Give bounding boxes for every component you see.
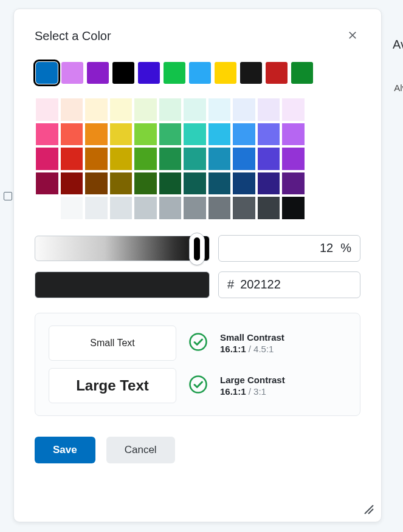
hex-input-wrapper: # xyxy=(218,271,360,298)
palette-swatch[interactable] xyxy=(159,98,182,121)
palette-swatch[interactable] xyxy=(184,123,206,146)
palette-swatch[interactable] xyxy=(184,197,206,219)
small-contrast-title: Small Contrast xyxy=(220,332,284,343)
palette-swatch[interactable] xyxy=(110,98,133,121)
preset-swatch[interactable] xyxy=(266,62,288,84)
palette-swatch[interactable] xyxy=(282,98,305,121)
palette-swatch[interactable] xyxy=(208,197,231,219)
palette-swatch[interactable] xyxy=(36,98,58,121)
preset-swatch[interactable] xyxy=(240,62,262,84)
lightness-input[interactable] xyxy=(298,240,334,256)
palette-swatch[interactable] xyxy=(233,197,255,219)
palette-swatch[interactable] xyxy=(61,123,83,146)
check-circle-icon xyxy=(188,375,208,397)
small-text-sample: Small Text xyxy=(49,326,176,361)
palette-swatch[interactable] xyxy=(36,172,58,195)
preset-swatch[interactable] xyxy=(291,62,313,84)
palette-swatch[interactable] xyxy=(258,123,280,146)
cancel-button[interactable]: Cancel xyxy=(106,437,175,463)
palette-row xyxy=(36,197,360,219)
preset-swatch[interactable] xyxy=(87,62,109,84)
close-icon xyxy=(347,30,358,41)
palette-swatch[interactable] xyxy=(233,148,255,170)
preset-swatch[interactable] xyxy=(112,62,134,84)
palette-swatch[interactable] xyxy=(282,172,305,195)
palette-swatch[interactable] xyxy=(85,123,108,146)
palette-swatch[interactable] xyxy=(110,172,133,195)
palette-swatch[interactable] xyxy=(258,197,280,219)
palette-swatch[interactable] xyxy=(61,197,83,219)
palette-swatch[interactable] xyxy=(184,172,206,195)
palette-swatch[interactable] xyxy=(85,148,108,170)
color-palette xyxy=(35,98,360,219)
color-picker-dialog: Select a Color % # Small Text Small C xyxy=(13,9,382,522)
palette-swatch[interactable] xyxy=(85,98,108,121)
palette-swatch[interactable] xyxy=(208,123,231,146)
palette-row xyxy=(36,172,360,195)
lightness-slider[interactable] xyxy=(35,236,210,261)
background-text: Alv xyxy=(394,83,403,93)
preset-swatch[interactable] xyxy=(215,62,236,84)
lightness-input-wrapper: % xyxy=(218,235,360,262)
palette-swatch[interactable] xyxy=(282,148,305,170)
palette-swatch[interactable] xyxy=(110,123,133,146)
palette-swatch[interactable] xyxy=(36,123,58,146)
palette-swatch[interactable] xyxy=(208,172,231,195)
palette-swatch[interactable] xyxy=(134,98,157,121)
palette-swatch[interactable] xyxy=(85,197,108,219)
palette-swatch[interactable] xyxy=(233,172,255,195)
palette-swatch[interactable] xyxy=(258,148,280,170)
palette-swatch[interactable] xyxy=(61,98,83,121)
palette-swatch[interactable] xyxy=(134,197,157,219)
palette-swatch[interactable] xyxy=(110,148,133,170)
palette-swatch[interactable] xyxy=(159,123,182,146)
small-contrast-threshold: / 4.5:1 xyxy=(249,344,274,354)
palette-swatch[interactable] xyxy=(61,172,83,195)
palette-swatch[interactable] xyxy=(208,148,231,170)
close-button[interactable] xyxy=(345,27,360,45)
background-text: Av xyxy=(393,38,403,52)
dialog-title: Select a Color xyxy=(35,29,111,43)
slider-thumb[interactable] xyxy=(189,233,205,265)
palette-swatch[interactable] xyxy=(159,172,182,195)
resize-handle[interactable] xyxy=(362,502,374,514)
preset-swatch[interactable] xyxy=(36,62,58,84)
palette-swatch[interactable] xyxy=(61,148,83,170)
save-button[interactable]: Save xyxy=(35,437,95,463)
palette-swatch[interactable] xyxy=(36,197,58,219)
hex-prefix: # xyxy=(227,278,234,292)
preset-swatch[interactable] xyxy=(138,62,160,84)
palette-swatch[interactable] xyxy=(85,172,108,195)
palette-swatch[interactable] xyxy=(184,98,206,121)
svg-point-1 xyxy=(190,376,207,392)
preset-color-row xyxy=(35,62,360,84)
palette-swatch[interactable] xyxy=(159,148,182,170)
palette-swatch[interactable] xyxy=(208,98,231,121)
preset-swatch[interactable] xyxy=(61,62,83,84)
palette-swatch[interactable] xyxy=(258,172,280,195)
palette-row xyxy=(36,148,360,170)
palette-row xyxy=(36,123,360,146)
check-circle-icon xyxy=(188,332,208,354)
palette-swatch[interactable] xyxy=(36,148,58,170)
svg-point-0 xyxy=(190,333,207,350)
percent-suffix: % xyxy=(340,241,351,255)
large-contrast-title: Large Contrast xyxy=(220,375,285,385)
palette-swatch[interactable] xyxy=(110,197,133,219)
color-preview xyxy=(35,271,210,298)
preset-swatch[interactable] xyxy=(189,62,211,84)
palette-swatch[interactable] xyxy=(282,197,305,219)
palette-swatch[interactable] xyxy=(134,123,157,146)
palette-swatch[interactable] xyxy=(282,123,305,146)
palette-row xyxy=(36,98,360,121)
palette-swatch[interactable] xyxy=(134,172,157,195)
hex-input[interactable] xyxy=(239,277,300,292)
palette-swatch[interactable] xyxy=(233,98,255,121)
palette-swatch[interactable] xyxy=(258,98,280,121)
palette-swatch[interactable] xyxy=(184,148,206,170)
contrast-panel: Small Text Small Contrast 16.1:1 / 4.5:1… xyxy=(35,313,360,416)
preset-swatch[interactable] xyxy=(164,62,185,84)
palette-swatch[interactable] xyxy=(233,123,255,146)
palette-swatch[interactable] xyxy=(134,148,157,170)
palette-swatch[interactable] xyxy=(159,197,182,219)
